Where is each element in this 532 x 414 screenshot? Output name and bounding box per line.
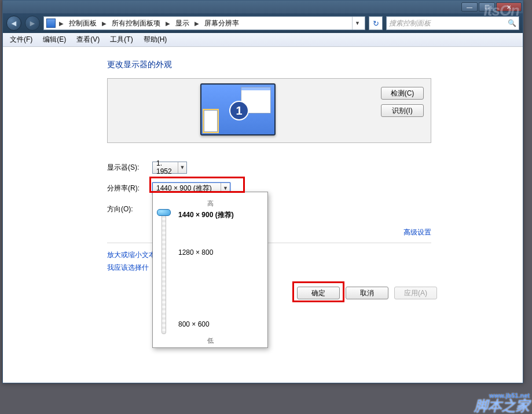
crumb-screen-resolution[interactable]: 屏幕分辨率 xyxy=(203,17,241,30)
refresh-button[interactable]: ↻ xyxy=(369,16,383,30)
minimize-button[interactable]: — xyxy=(461,2,478,12)
resolution-option-1280[interactable]: 1280 × 800 xyxy=(178,248,213,257)
watermark: www.jb51.net 脚本之家 xyxy=(474,393,530,413)
address-bar-row: ◄ ► ▶ 控制面板 ▶ 所有控制面板项 ▶ 显示 ▶ 屏幕分辨率 ▼ ↻ 搜索… xyxy=(3,13,523,33)
breadcrumb-bar[interactable]: ▶ 控制面板 ▶ 所有控制面板项 ▶ 显示 ▶ 屏幕分辨率 ▼ xyxy=(43,16,365,30)
control-panel-icon xyxy=(46,19,56,28)
page-title: 更改显示器的外观 xyxy=(107,60,523,70)
address-dropdown-icon[interactable]: ▼ xyxy=(352,17,362,30)
resolution-option-800[interactable]: 800 × 600 xyxy=(178,320,210,328)
crumb-control-panel[interactable]: 控制面板 xyxy=(67,17,98,30)
maximize-button[interactable]: ☐ xyxy=(479,2,495,12)
row-display: 显示器(S): 1. 1952 ▼ xyxy=(107,157,523,178)
slider-low-label: 低 xyxy=(159,336,262,345)
display-preview-panel: 1 检测(C) 识别(I) xyxy=(107,78,431,143)
watermark-url: www.jb51.net xyxy=(474,393,530,399)
slider-high-label: 高 xyxy=(159,199,262,208)
which-settings-link[interactable]: 我应该选择什 xyxy=(107,261,156,274)
monitor-selection-graphic xyxy=(204,110,218,132)
slider-track xyxy=(162,210,166,334)
menu-help[interactable]: 帮助(H) xyxy=(141,34,170,46)
identify-button[interactable]: 识别(I) xyxy=(381,104,424,117)
resolution-options: 1440 × 900 (推荐) 1280 × 800 800 × 600 xyxy=(178,210,262,334)
display-value: 1. 1952 xyxy=(156,159,178,175)
search-icon: 🔍 xyxy=(508,19,516,27)
search-placeholder: 搜索控制面板 xyxy=(389,19,431,28)
chevron-right-icon: ▶ xyxy=(58,20,65,27)
orientation-label: 方向(O): xyxy=(107,204,152,214)
display-label: 显示器(S): xyxy=(107,163,152,173)
advanced-settings-link[interactable]: 高级设置 xyxy=(403,228,431,237)
crumb-all-items[interactable]: 所有控制面板项 xyxy=(110,17,162,30)
chevron-right-icon: ▶ xyxy=(101,20,108,27)
watermark-text: 脚本之家 xyxy=(474,398,530,413)
resolution-label: 分辨率(R): xyxy=(107,184,152,193)
close-button[interactable]: ✕ xyxy=(496,2,522,12)
crumb-display[interactable]: 显示 xyxy=(174,17,191,30)
chevron-right-icon: ▶ xyxy=(164,20,171,27)
monitor-number-badge: 1 xyxy=(229,101,249,120)
menu-tools[interactable]: 工具(T) xyxy=(108,34,135,46)
resolution-dropdown-popup: 高 1440 × 900 (推荐) 1280 × 800 800 × 600 低 xyxy=(152,192,268,348)
forward-button[interactable]: ► xyxy=(25,16,40,31)
search-input[interactable]: 搜索控制面板 🔍 xyxy=(386,16,519,30)
resolution-slider[interactable] xyxy=(159,210,169,334)
control-panel-window: — ☐ ✕ ◄ ► ▶ 控制面板 ▶ 所有控制面板项 ▶ 显示 ▶ 屏幕分辨率 … xyxy=(2,0,523,383)
resolution-option-recommended[interactable]: 1440 × 900 (推荐) xyxy=(178,210,234,220)
menu-bar: 文件(F) 编辑(E) 查看(V) 工具(T) 帮助(H) xyxy=(3,33,523,47)
back-button[interactable]: ◄ xyxy=(6,16,21,31)
menu-edit[interactable]: 编辑(E) xyxy=(41,34,68,46)
menu-view[interactable]: 查看(V) xyxy=(74,34,102,46)
ok-button[interactable]: 确定 xyxy=(297,287,340,299)
monitor-thumbnail[interactable]: 1 xyxy=(200,83,276,135)
chevron-right-icon: ▶ xyxy=(193,20,200,27)
cancel-button[interactable]: 取消 xyxy=(346,287,388,299)
watermark-chevrons xyxy=(364,379,480,414)
dialog-buttons: 确定 取消 应用(A) xyxy=(297,287,437,299)
detect-button[interactable]: 检测(C) xyxy=(381,87,424,100)
resize-text-link[interactable]: 放大或缩小文本 xyxy=(107,248,156,261)
help-links: 放大或缩小文本 我应该选择什 xyxy=(107,248,156,274)
chevron-down-icon: ▼ xyxy=(178,162,186,173)
apply-button[interactable]: 应用(A) xyxy=(394,287,437,299)
menu-file[interactable]: 文件(F) xyxy=(8,34,35,46)
titlebar: — ☐ ✕ xyxy=(3,1,523,13)
slider-thumb[interactable] xyxy=(157,209,171,216)
display-combobox[interactable]: 1. 1952 ▼ xyxy=(152,162,187,174)
